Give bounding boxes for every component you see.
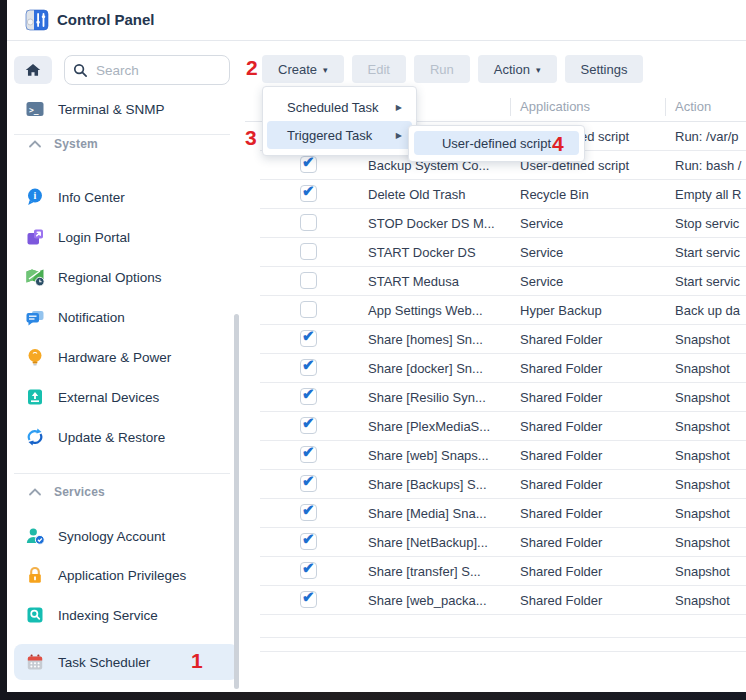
row-checkbox[interactable] <box>300 301 317 318</box>
row-checkbox[interactable] <box>300 417 317 434</box>
menu-item-scheduled-task[interactable]: Scheduled Task ▶ <box>267 93 412 121</box>
edit-button[interactable]: Edit <box>352 55 406 83</box>
section-header-system[interactable]: System <box>14 135 238 153</box>
svg-text:i: i <box>34 190 37 201</box>
toolbar: Create▾ Edit Run Action▾ Settings <box>262 55 643 83</box>
table-row[interactable]: Share [web] Snaps... Shared Folder Snaps… <box>245 441 746 470</box>
sidebar-item-update-restore[interactable]: Update & Restore <box>14 420 238 454</box>
submenu-arrow-icon: ▶ <box>396 131 402 140</box>
row-checkbox[interactable] <box>300 330 317 347</box>
table-row[interactable]: Share [PlexMediaS... Shared Folder Snaps… <box>245 412 746 441</box>
caret-down-icon: ▾ <box>536 65 541 75</box>
sidebar-item-hardware-power[interactable]: Hardware & Power <box>14 340 238 374</box>
settings-button[interactable]: Settings <box>565 55 644 83</box>
table-row[interactable]: Share [Resilio Syn... Shared Folder Snap… <box>245 383 746 412</box>
cell-task-name: App Settings Web... <box>368 296 483 325</box>
search-input[interactable] <box>94 62 221 79</box>
cell-application: Shared Folder <box>520 470 602 499</box>
action-button[interactable]: Action▾ <box>478 55 557 83</box>
table-row[interactable]: Share [Media] Sna... Shared Folder Snaps… <box>245 499 746 528</box>
row-checkbox[interactable] <box>300 243 317 260</box>
table-row[interactable]: Share [web_packa... Shared Folder Snapsh… <box>245 586 746 615</box>
row-checkbox[interactable] <box>300 359 317 376</box>
row-checkbox[interactable] <box>300 156 317 173</box>
row-checkbox[interactable] <box>300 591 317 608</box>
row-checkbox[interactable] <box>300 533 317 550</box>
table-row[interactable]: Share [Backups] S... Shared Folder Snaps… <box>245 470 746 499</box>
run-button[interactable]: Run <box>414 55 470 83</box>
column-header-applications[interactable]: Applications <box>520 93 590 121</box>
cell-action: Snapshot <box>675 470 730 499</box>
empty-row-line <box>260 637 746 638</box>
sidebar-item-label: Hardware & Power <box>58 350 171 365</box>
table-row[interactable]: STOP Docker DS M... Service Stop servic <box>245 209 746 238</box>
row-checkbox[interactable] <box>300 214 317 231</box>
synology-account-icon <box>25 526 45 546</box>
section-header-services[interactable]: Services <box>14 483 238 501</box>
column-separator <box>665 98 666 116</box>
sidebar-item-synology-account[interactable]: Synology Account <box>14 519 238 553</box>
cell-action: Snapshot <box>675 354 730 383</box>
annotation-2: 2 <box>246 57 258 78</box>
row-checkbox[interactable] <box>300 475 317 492</box>
table-row[interactable]: Share [docker] Sn... Shared Folder Snaps… <box>245 354 746 383</box>
search-icon <box>73 63 88 78</box>
sidebar-item-label: Update & Restore <box>58 430 165 445</box>
row-checkbox[interactable] <box>300 504 317 521</box>
sidebar-item-task-scheduler[interactable]: Task Scheduler <box>14 644 238 680</box>
sidebar-scrollbar[interactable] <box>234 314 239 689</box>
table-row[interactable]: Share [transfer] S... Shared Folder Snap… <box>245 557 746 586</box>
sidebar-item-label: Indexing Service <box>58 608 158 623</box>
cell-task-name: Share [web] Snaps... <box>368 441 489 470</box>
sidebar-item-label: Task Scheduler <box>58 655 150 670</box>
row-checkbox[interactable] <box>300 185 317 202</box>
cell-action: Snapshot <box>675 586 730 615</box>
sidebar-item-login-portal[interactable]: Login Portal <box>14 220 238 254</box>
table-row[interactable]: Share [NetBackup]... Shared Folder Snaps… <box>245 528 746 557</box>
menu-item-triggered-task[interactable]: Triggered Task ▶ <box>267 121 412 149</box>
sidebar: >_ Terminal & SNMP System i Info Center … <box>7 41 246 692</box>
cell-task-name: Share [Backups] S... <box>368 470 487 499</box>
row-checkbox[interactable] <box>300 272 317 289</box>
sidebar-item-indexing-service[interactable]: Indexing Service <box>14 598 238 632</box>
sidebar-item-notification[interactable]: Notification <box>14 300 238 334</box>
sidebar-item-application-privileges[interactable]: Application Privileges <box>14 558 238 592</box>
regional-options-icon <box>25 267 45 287</box>
control-panel-window: Control Panel >_ Terminal & SNMP System … <box>7 0 746 692</box>
cell-application: Shared Folder <box>520 586 602 615</box>
table-row[interactable]: App Settings Web... Hyper Backup Back up… <box>245 296 746 325</box>
table-row[interactable]: Share [homes] Sn... Shared Folder Snapsh… <box>245 325 746 354</box>
create-button[interactable]: Create▾ <box>262 55 344 83</box>
cell-task-name: Delete Old Trash <box>368 180 466 209</box>
cell-application: Hyper Backup <box>520 296 602 325</box>
cell-action: Stop servic <box>675 209 739 238</box>
cell-action: Snapshot <box>675 441 730 470</box>
home-button[interactable] <box>14 56 52 84</box>
sidebar-item-terminal-snmp[interactable]: >_ Terminal & SNMP <box>14 92 238 126</box>
table-row[interactable]: Delete Old Trash Recycle Bin Empty all R <box>245 180 746 209</box>
row-checkbox[interactable] <box>300 446 317 463</box>
sidebar-item-label: Terminal & SNMP <box>58 102 165 117</box>
application-privileges-icon <box>25 565 45 585</box>
cell-action: Start servic <box>675 238 740 267</box>
sidebar-item-external-devices[interactable]: External Devices <box>14 380 238 414</box>
task-scheduler-icon <box>25 652 45 672</box>
cell-application: Shared Folder <box>520 412 602 441</box>
column-separator <box>510 98 511 116</box>
sidebar-item-regional-options[interactable]: Regional Options <box>14 260 238 294</box>
sidebar-item-info-center[interactable]: i Info Center <box>14 180 238 214</box>
cell-application: Shared Folder <box>520 383 602 412</box>
row-checkbox[interactable] <box>300 388 317 405</box>
row-checkbox[interactable] <box>300 562 317 579</box>
cell-task-name: Share [transfer] S... <box>368 557 481 586</box>
cell-application: Service <box>520 267 563 296</box>
svg-text:>_: >_ <box>29 106 39 115</box>
cell-action: Back up da <box>675 296 740 325</box>
cell-application: Service <box>520 238 563 267</box>
sidebar-item-label: Synology Account <box>58 529 165 544</box>
table-row[interactable]: START Docker DS Service Start servic <box>245 238 746 267</box>
cell-action: Snapshot <box>675 325 730 354</box>
login-portal-icon <box>25 227 45 247</box>
column-header-action[interactable]: Action <box>675 93 711 121</box>
table-row[interactable]: START Medusa Service Start servic <box>245 267 746 296</box>
